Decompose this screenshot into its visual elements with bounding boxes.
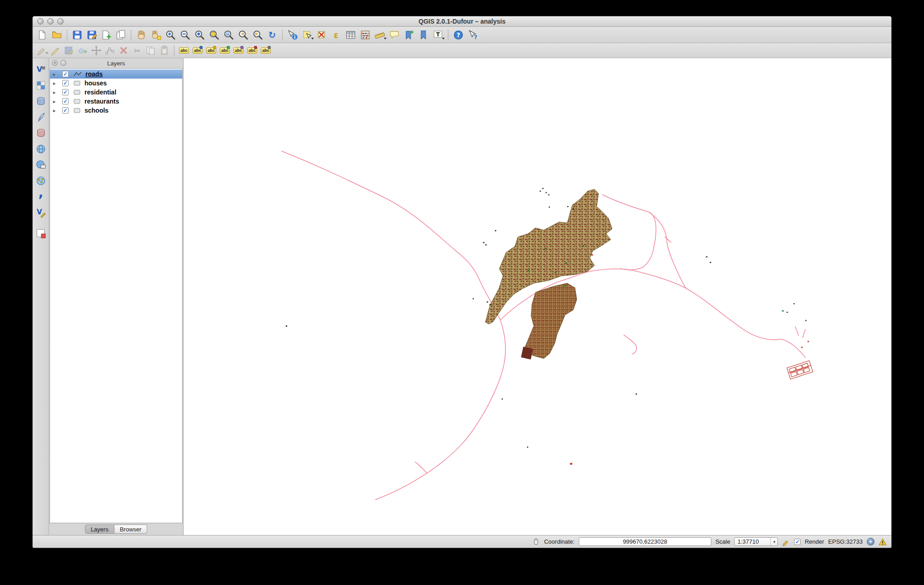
map-canvas[interactable] bbox=[184, 58, 891, 535]
scale-label: Scale bbox=[715, 538, 730, 545]
expand-triangle-icon[interactable]: ▸ bbox=[53, 81, 58, 86]
save-icon bbox=[72, 30, 83, 40]
identify-features-button[interactable] bbox=[286, 28, 299, 42]
open-attribute-table-button[interactable] bbox=[344, 28, 358, 42]
layer-row-residential[interactable]: ▸ ✓ residential bbox=[50, 88, 182, 97]
zoom-to-selection-button[interactable] bbox=[207, 28, 221, 42]
add-vector-layer-button[interactable]: V bbox=[34, 63, 48, 76]
delete-selected-button[interactable] bbox=[117, 45, 130, 56]
node-tool-button[interactable] bbox=[104, 45, 116, 56]
layer-checkbox[interactable]: ✓ bbox=[62, 80, 69, 86]
layer-row-restaurants[interactable]: ▸ ✓ restaurants bbox=[50, 97, 182, 106]
crs-status-icon[interactable]: + bbox=[867, 538, 874, 545]
layers-panel-header: × Layers bbox=[49, 58, 183, 68]
zoom-full-button[interactable] bbox=[193, 28, 206, 42]
current-edits-button[interactable] bbox=[35, 45, 48, 56]
save-project-as-button[interactable] bbox=[85, 28, 99, 42]
deselect-all-button[interactable] bbox=[315, 28, 328, 42]
layer-checkbox[interactable]: ✓ bbox=[62, 71, 69, 77]
text-annotation-button[interactable]: T bbox=[431, 28, 445, 42]
label-pin-button[interactable]: abc bbox=[191, 45, 204, 56]
new-project-button[interactable] bbox=[35, 28, 49, 42]
pan-hand-icon bbox=[136, 30, 147, 40]
save-layer-edits-button[interactable] bbox=[63, 45, 75, 56]
select-by-expression-button[interactable]: ε bbox=[329, 28, 343, 42]
add-raster-layer-button[interactable] bbox=[34, 79, 48, 92]
tab-layers[interactable]: Layers bbox=[85, 525, 114, 534]
open-project-button[interactable] bbox=[50, 28, 64, 42]
refresh-map-button[interactable]: ↻ bbox=[265, 28, 279, 42]
expand-triangle-icon[interactable]: ▸ bbox=[53, 108, 58, 113]
coordinate-label: Coordinate: bbox=[544, 538, 575, 545]
tab-browser[interactable]: Browser bbox=[114, 525, 148, 534]
remove-layer-button[interactable] bbox=[34, 227, 48, 240]
render-checkbox[interactable]: ✓ bbox=[794, 539, 800, 545]
close-panel-button[interactable]: × bbox=[52, 60, 58, 66]
label-rotate-button[interactable]: abc bbox=[232, 45, 245, 56]
add-wms-layer-button[interactable] bbox=[34, 142, 48, 156]
label-change-button[interactable]: abc bbox=[246, 45, 258, 56]
add-feature-button[interactable] bbox=[76, 45, 89, 56]
help-contents-button[interactable]: ? bbox=[452, 28, 465, 42]
layer-checkbox[interactable]: ✓ bbox=[62, 98, 69, 104]
layer-checkbox[interactable]: ✓ bbox=[62, 107, 69, 114]
scale-combobox[interactable]: 1:37710 ▾ bbox=[734, 537, 778, 546]
pan-to-selection-button[interactable] bbox=[149, 28, 163, 42]
main-toolbar: ↻ ε T ? ? bbox=[33, 27, 891, 43]
layer-checkbox[interactable]: ✓ bbox=[62, 89, 69, 95]
paste-features-button[interactable] bbox=[158, 45, 171, 56]
toolbar-separator bbox=[67, 30, 67, 40]
expand-triangle-icon[interactable]: ▸ bbox=[53, 99, 58, 104]
copy-features-button[interactable] bbox=[144, 45, 157, 56]
cut-features-button[interactable]: ✂ bbox=[131, 45, 144, 56]
map-canvas-svg[interactable] bbox=[184, 58, 891, 535]
labeling-button[interactable]: abc bbox=[178, 45, 190, 56]
coordinate-input[interactable] bbox=[579, 537, 711, 546]
show-bookmarks-button[interactable] bbox=[417, 28, 430, 42]
add-spatialite-layer-button[interactable] bbox=[34, 110, 48, 124]
label-move-button[interactable]: abc bbox=[219, 45, 231, 56]
label-show-pinned-button[interactable]: abc bbox=[205, 45, 218, 56]
zoom-window-button[interactable] bbox=[57, 18, 64, 25]
toggle-editing-button[interactable] bbox=[49, 45, 62, 56]
move-feature-button[interactable] bbox=[90, 45, 103, 56]
layer-tree: ▸ ✓ roads ▸ ✓ houses ▸ ✓ residential bbox=[50, 68, 183, 523]
map-tips-button[interactable] bbox=[387, 28, 401, 42]
layer-row-roads[interactable]: ▸ ✓ roads bbox=[50, 69, 182, 79]
zoom-last-button[interactable] bbox=[236, 28, 250, 42]
zoom-out-button[interactable] bbox=[178, 28, 192, 42]
new-shapefile-layer-button[interactable]: V bbox=[34, 206, 48, 219]
field-calculator-button[interactable] bbox=[358, 28, 372, 42]
measure-button[interactable] bbox=[373, 28, 387, 42]
add-mssql-layer-button[interactable] bbox=[34, 126, 48, 140]
add-delimited-text-layer-button[interactable]: , bbox=[34, 190, 48, 203]
pan-map-button[interactable] bbox=[134, 28, 148, 42]
add-wfs-layer-button[interactable] bbox=[34, 174, 48, 188]
save-project-button[interactable] bbox=[70, 28, 84, 42]
message-log-icon[interactable] bbox=[879, 538, 887, 546]
add-wcs-layer-button[interactable] bbox=[34, 158, 48, 172]
layer-row-schools[interactable]: ▸ ✓ schools bbox=[50, 106, 182, 115]
whats-this-button[interactable]: ? bbox=[466, 28, 480, 42]
layer-row-houses[interactable]: ▸ ✓ houses bbox=[50, 79, 182, 88]
select-features-button[interactable] bbox=[300, 28, 314, 42]
mouse-position-icon[interactable] bbox=[532, 538, 540, 546]
stop-rendering-icon[interactable] bbox=[782, 538, 790, 546]
layer-label: roads bbox=[85, 70, 103, 78]
label-properties-button[interactable]: abc bbox=[259, 45, 272, 56]
expression-icon: ε bbox=[331, 30, 342, 40]
zoom-in-button[interactable] bbox=[164, 28, 177, 42]
pan-to-selection-icon bbox=[150, 30, 161, 40]
add-postgis-layer-button[interactable] bbox=[34, 94, 48, 108]
expand-triangle-icon[interactable]: ▸ bbox=[53, 90, 58, 95]
new-composer-button[interactable] bbox=[99, 28, 113, 42]
close-window-button[interactable] bbox=[37, 18, 44, 25]
float-panel-button[interactable] bbox=[60, 60, 66, 66]
zoom-next-button[interactable] bbox=[251, 28, 264, 42]
zoom-to-layer-button[interactable] bbox=[222, 28, 235, 42]
zoom-to-selection-icon bbox=[209, 30, 219, 40]
expand-triangle-icon[interactable]: ▸ bbox=[53, 72, 58, 77]
new-bookmark-button[interactable] bbox=[402, 28, 416, 42]
composer-manager-button[interactable] bbox=[114, 28, 128, 42]
minimize-window-button[interactable] bbox=[47, 18, 54, 25]
